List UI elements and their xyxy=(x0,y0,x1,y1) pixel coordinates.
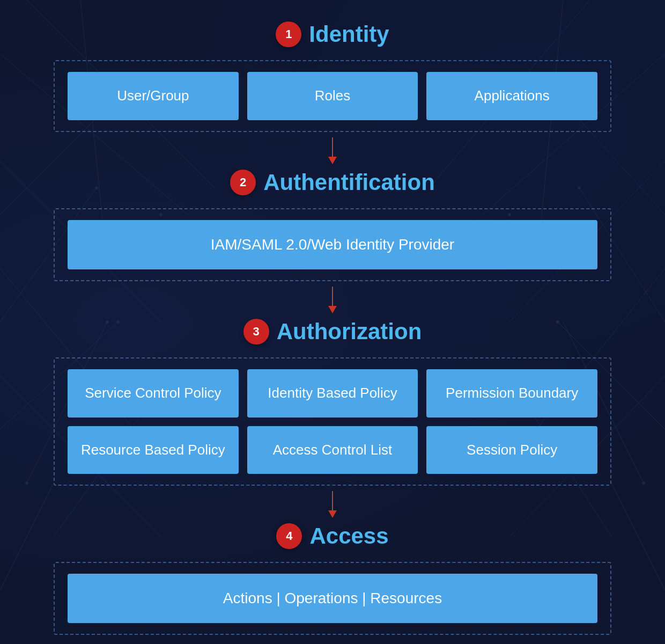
card-access-control-list: Access Control List xyxy=(247,426,418,474)
auth-box: IAM/SAML 2.0/Web Identity Provider xyxy=(54,208,611,281)
access-box: Actions | Operations | Resources xyxy=(54,562,611,635)
step-authorization: 3 Authorization Service Control Policy I… xyxy=(54,319,611,486)
arrow-line-3 xyxy=(332,491,333,510)
auth-label: Authentification xyxy=(263,170,435,195)
arrow-head-3 xyxy=(328,510,337,518)
card-applications: Applications xyxy=(426,72,597,120)
card-iam-saml: IAM/SAML 2.0/Web Identity Provider xyxy=(68,220,597,269)
card-resource-based-policy: Resource Based Policy xyxy=(68,426,239,474)
authorization-box: Service Control Policy Identity Based Po… xyxy=(54,357,611,486)
card-roles: Roles xyxy=(247,72,418,120)
authorization-label: Authorization xyxy=(277,319,422,345)
card-actions-operations-resources: Actions | Operations | Resources xyxy=(68,574,597,623)
arrow-head-1 xyxy=(328,157,337,164)
card-user-group: User/Group xyxy=(68,72,239,120)
arrow-2-to-3 xyxy=(328,287,337,313)
arrow-head-2 xyxy=(328,306,337,313)
card-identity-based-policy: Identity Based Policy xyxy=(247,369,418,418)
card-service-control-policy: Service Control Policy xyxy=(68,369,239,418)
arrow-line-1 xyxy=(332,137,333,157)
identity-label: Identity xyxy=(309,21,389,47)
step-badge-4: 4 xyxy=(276,523,302,549)
identity-cards: User/Group Roles Applications xyxy=(68,72,597,120)
access-label: Access xyxy=(309,523,388,549)
card-permission-boundary: Permission Boundary xyxy=(426,369,597,418)
auth-title: 2 Authentification xyxy=(230,170,435,195)
step-auth: 2 Authentification IAM/SAML 2.0/Web Iden… xyxy=(54,170,611,281)
step-badge-3: 3 xyxy=(243,319,269,345)
step-access: 4 Access Actions | Operations | Resource… xyxy=(54,523,611,635)
card-session-policy: Session Policy xyxy=(426,426,597,474)
arrow-3-to-4 xyxy=(328,491,337,518)
step-badge-2: 2 xyxy=(230,170,256,195)
step-identity: 1 Identity User/Group Roles Applications xyxy=(54,21,611,132)
identity-title: 1 Identity xyxy=(276,21,389,47)
authorization-title: 3 Authorization xyxy=(243,319,422,345)
arrow-1-to-2 xyxy=(328,137,337,164)
access-title: 4 Access xyxy=(276,523,388,549)
arrow-line-2 xyxy=(332,287,333,306)
policy-grid: Service Control Policy Identity Based Po… xyxy=(68,369,597,474)
identity-box: User/Group Roles Applications xyxy=(54,60,611,132)
step-badge-1: 1 xyxy=(276,21,301,47)
